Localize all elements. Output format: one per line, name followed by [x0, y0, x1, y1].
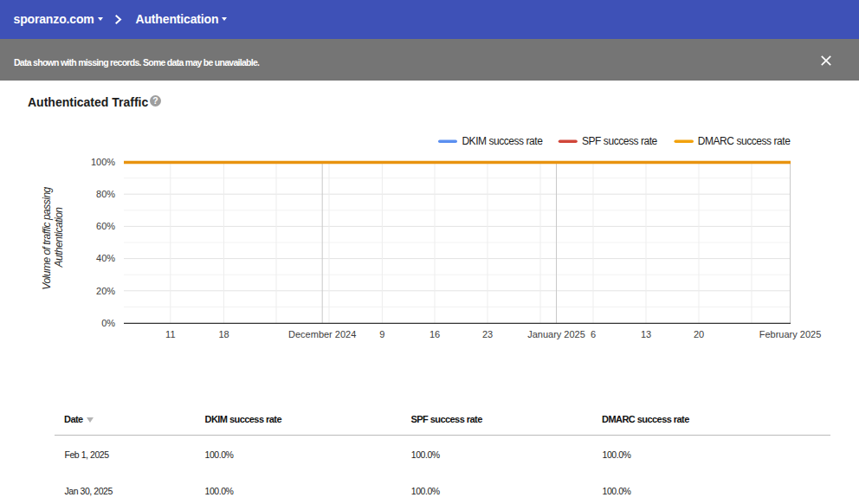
- svg-text:January 2025: January 2025: [527, 329, 585, 339]
- svg-text:SPF success rate: SPF success rate: [582, 135, 658, 147]
- svg-text:23: 23: [482, 329, 493, 339]
- svg-text:9: 9: [379, 329, 384, 339]
- svg-text:16: 16: [430, 329, 440, 339]
- svg-text:13: 13: [641, 329, 651, 339]
- svg-text:100%: 100%: [91, 157, 115, 167]
- svg-text:20: 20: [694, 329, 704, 339]
- svg-text:80%: 80%: [96, 189, 115, 199]
- svg-text:February 2025: February 2025: [759, 329, 822, 339]
- svg-text:60%: 60%: [96, 221, 115, 231]
- svg-text:40%: 40%: [96, 253, 115, 263]
- svg-text:20%: 20%: [96, 286, 115, 296]
- svg-text:6: 6: [591, 329, 596, 339]
- svg-text:DMARC success rate: DMARC success rate: [698, 135, 791, 147]
- svg-text:11: 11: [165, 329, 175, 339]
- svg-text:December 2024: December 2024: [288, 329, 356, 339]
- svg-text:18: 18: [218, 329, 229, 339]
- svg-text:0%: 0%: [101, 318, 115, 328]
- svg-text:DKIM success rate: DKIM success rate: [462, 135, 543, 147]
- svg-text:Volume of traffic passing: Volume of traffic passing Authentication: [41, 184, 65, 289]
